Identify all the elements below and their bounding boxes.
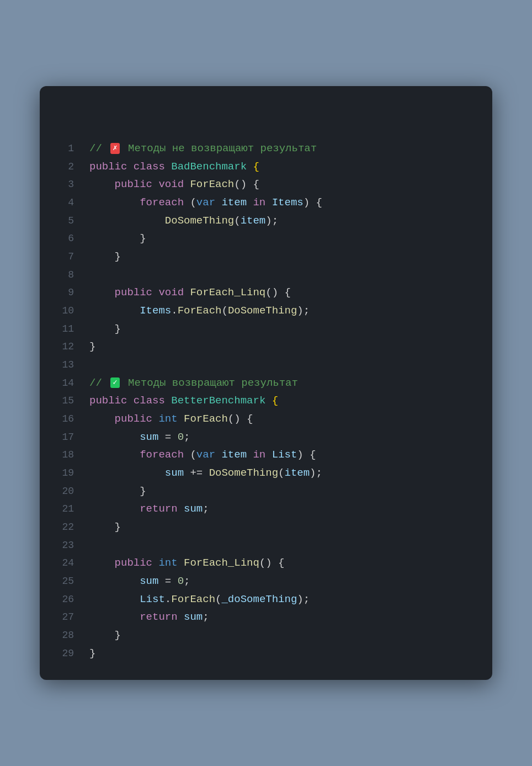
token: } bbox=[89, 341, 95, 353]
token: 0 bbox=[178, 431, 184, 443]
token: public bbox=[89, 395, 134, 407]
code-line: 16 public int ForEach() { bbox=[53, 410, 479, 428]
token: Items bbox=[272, 196, 304, 209]
token: item bbox=[221, 449, 247, 461]
line-number: 8 bbox=[53, 267, 74, 284]
line-content bbox=[89, 356, 479, 374]
line-content: foreach (var item in List) { bbox=[89, 446, 479, 464]
token: 0 bbox=[178, 575, 184, 587]
token bbox=[89, 467, 165, 479]
token: } bbox=[89, 485, 146, 497]
code-line: 15public class BetterBenchmark { bbox=[53, 392, 479, 410]
token: ( bbox=[215, 593, 221, 605]
code-line: 26 List.ForEach(_doSomeThing); bbox=[53, 591, 479, 609]
token: { bbox=[247, 161, 259, 173]
line-number: 29 bbox=[53, 645, 74, 662]
token: sum bbox=[140, 575, 158, 587]
token: { bbox=[265, 395, 278, 407]
code-line: 11 } bbox=[53, 320, 479, 338]
token: } bbox=[89, 629, 121, 641]
line-content: public class BetterBenchmark { bbox=[89, 392, 479, 410]
token: var bbox=[196, 449, 222, 461]
token: int bbox=[158, 557, 184, 569]
token: ( bbox=[190, 449, 196, 461]
line-number: 25 bbox=[53, 573, 74, 590]
line-content: sum += DoSomeThing(item); bbox=[89, 464, 479, 482]
code-line: 22 } bbox=[53, 518, 479, 536]
line-number: 17 bbox=[53, 429, 74, 446]
code-line: 23 bbox=[53, 536, 479, 555]
token bbox=[89, 575, 140, 587]
good-icon: ✓ bbox=[110, 377, 119, 389]
token: int bbox=[158, 413, 184, 425]
token: ; bbox=[184, 431, 190, 443]
token bbox=[89, 431, 140, 443]
token: return bbox=[140, 503, 184, 515]
token: () { bbox=[228, 413, 253, 425]
token: return bbox=[140, 611, 184, 623]
token: ( bbox=[278, 467, 284, 479]
token: DoSomeThing bbox=[165, 215, 234, 227]
line-content: } bbox=[89, 248, 479, 266]
token: in bbox=[247, 449, 272, 461]
token: ; bbox=[203, 611, 209, 623]
line-number: 7 bbox=[53, 248, 74, 265]
line-number: 19 bbox=[53, 465, 74, 482]
line-number: 16 bbox=[53, 411, 74, 428]
token: BetterBenchmark bbox=[171, 395, 265, 407]
line-number: 22 bbox=[53, 519, 74, 536]
code-line: 14// ✓ Методы возвращают результат bbox=[53, 374, 479, 392]
token: public bbox=[89, 161, 134, 173]
line-number: 14 bbox=[53, 375, 74, 392]
token: ); bbox=[310, 467, 322, 479]
token: BadBenchmark bbox=[171, 161, 247, 173]
code-line: 24 public int ForEach_Linq() { bbox=[53, 554, 479, 572]
token: = bbox=[158, 575, 177, 587]
code-line: 27 return sum; bbox=[53, 608, 479, 626]
code-line: 7 } bbox=[53, 248, 479, 266]
line-number: 13 bbox=[53, 357, 74, 374]
line-content: DoSomeThing(item); bbox=[89, 212, 479, 230]
token: sum bbox=[184, 503, 203, 515]
token: Методы возвращают результат bbox=[122, 377, 298, 389]
line-content bbox=[89, 536, 479, 555]
token: ) { bbox=[304, 196, 322, 209]
code-line: 17 sum = 0; bbox=[53, 428, 479, 446]
code-line: 20 } bbox=[53, 482, 479, 501]
line-number: 9 bbox=[53, 284, 74, 301]
token: ( bbox=[221, 305, 227, 317]
line-content: sum = 0; bbox=[89, 428, 479, 446]
token: foreach bbox=[89, 196, 190, 209]
token: += bbox=[184, 467, 209, 479]
line-number: 26 bbox=[53, 591, 74, 608]
line-content: Items.ForEach(DoSomeThing); bbox=[89, 302, 479, 320]
token: sum bbox=[165, 467, 184, 479]
token: public bbox=[89, 178, 158, 190]
token: void bbox=[158, 286, 190, 299]
code-line: 3 public void ForEach() { bbox=[53, 175, 479, 194]
token: Методы не возвращают результат bbox=[122, 142, 317, 155]
token: () { bbox=[259, 557, 285, 569]
token: ) { bbox=[297, 449, 316, 461]
code-line: 2public class BadBenchmark { bbox=[53, 158, 479, 176]
token: in bbox=[247, 196, 272, 209]
token: ( bbox=[190, 196, 196, 209]
code-line: 8 bbox=[53, 266, 479, 284]
token: ); bbox=[265, 215, 278, 227]
token: ForEach bbox=[178, 305, 222, 317]
token: ( bbox=[234, 215, 240, 227]
line-content: } bbox=[89, 338, 479, 356]
code-line: 25 sum = 0; bbox=[53, 572, 479, 591]
token: = bbox=[158, 431, 177, 443]
code-line: 19 sum += DoSomeThing(item); bbox=[53, 464, 479, 482]
token: item bbox=[241, 215, 266, 227]
line-content: public void ForEach_Linq() { bbox=[89, 284, 479, 302]
token: } bbox=[89, 251, 121, 263]
line-content: sum = 0; bbox=[89, 572, 479, 591]
token: var bbox=[196, 196, 222, 209]
line-number: 6 bbox=[53, 230, 74, 247]
code-line: 10 Items.ForEach(DoSomeThing); bbox=[53, 302, 479, 320]
token: ForEach bbox=[184, 413, 228, 425]
line-number: 24 bbox=[53, 555, 74, 572]
line-content: } bbox=[89, 482, 479, 501]
